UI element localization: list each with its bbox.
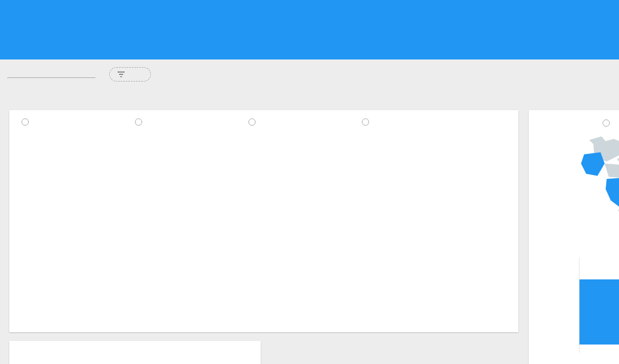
filter-row bbox=[7, 67, 151, 82]
world-map bbox=[557, 132, 619, 232]
metric-tile-count-per-user[interactable] bbox=[236, 110, 350, 173]
help-icon[interactable] bbox=[135, 118, 142, 126]
tab-user-properties[interactable] bbox=[137, 39, 161, 59]
tab-attribution[interactable] bbox=[66, 39, 90, 59]
metric-tile-value[interactable] bbox=[350, 110, 463, 173]
help-icon[interactable] bbox=[248, 118, 256, 126]
sparkline bbox=[17, 142, 112, 166]
help-icon[interactable] bbox=[603, 119, 610, 127]
bar-row-united-states[interactable] bbox=[529, 279, 619, 345]
tab-funnels[interactable] bbox=[90, 39, 113, 59]
filter-icon bbox=[117, 71, 125, 78]
events-per-session-card bbox=[9, 341, 261, 364]
add-filter-button[interactable] bbox=[109, 67, 151, 82]
help-icon[interactable] bbox=[22, 118, 29, 126]
sparkline bbox=[358, 142, 452, 166]
sparkline bbox=[131, 142, 225, 166]
metric-tile-event-count[interactable] bbox=[9, 110, 123, 173]
tab-dashboard[interactable] bbox=[0, 39, 19, 59]
tab-cohorts[interactable] bbox=[113, 39, 137, 59]
metric-tiles bbox=[9, 110, 518, 173]
tab-bar bbox=[0, 39, 161, 59]
event-count-chart bbox=[9, 182, 502, 332]
event-location-card bbox=[529, 110, 619, 364]
bar-united-states bbox=[579, 279, 619, 345]
help-icon[interactable] bbox=[362, 118, 369, 126]
event-dropdown[interactable] bbox=[7, 71, 95, 78]
tab-events[interactable] bbox=[19, 39, 43, 59]
sparkline bbox=[244, 142, 339, 166]
tab-audiences[interactable] bbox=[43, 39, 66, 59]
app-header bbox=[0, 0, 619, 59]
metric-tile-users[interactable] bbox=[123, 110, 236, 173]
events-summary-card bbox=[9, 110, 518, 332]
